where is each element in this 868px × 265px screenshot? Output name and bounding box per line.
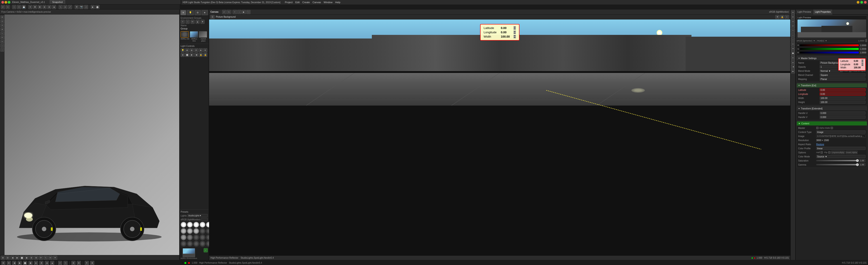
env-thumb-2[interactable]: [190, 31, 198, 37]
tb-scale[interactable]: ⇔: [63, 5, 67, 9]
vp-btn-6[interactable]: ◉: [25, 256, 29, 260]
sb-btn-12[interactable]: ↪: [64, 261, 68, 265]
lt-btn-6[interactable]: ⟳: [0, 36, 4, 39]
color-space-dropdown[interactable]: [201, 218, 208, 221]
env-big-1[interactable]: [183, 248, 195, 257]
rt-btn-9[interactable]: ★: [791, 47, 795, 51]
ms-blendchan-dropdown[interactable]: Square: [819, 73, 866, 77]
env-thumb-3[interactable]: [199, 31, 207, 37]
vp-btn-5[interactable]: ⬤: [20, 256, 24, 260]
color-mode-dd[interactable]: Source ▼: [816, 155, 866, 158]
lat-spin-down[interactable]: ▼: [514, 28, 516, 30]
sb-btn-7[interactable]: ⬖: [34, 261, 38, 265]
env-add-btn[interactable]: +: [181, 20, 185, 24]
env-remove-btn[interactable]: −: [186, 20, 190, 24]
lt-btn-2[interactable]: ◎: [0, 20, 4, 23]
w-spin-down[interactable]: ▼: [514, 37, 516, 38]
callout-latitude-value[interactable]: 0.00: [501, 26, 512, 30]
lc-btn-10[interactable]: ◀: [194, 53, 198, 57]
flip-cb[interactable]: [828, 151, 831, 154]
rt-btn-2[interactable]: ⊗: [791, 15, 795, 19]
cp-btn-stop[interactable]: ⬛: [246, 10, 250, 14]
ms-blend-dropdown[interactable]: Normal ▼: [819, 69, 840, 73]
tb-new[interactable]: □: [12, 5, 16, 9]
hdr-canvas[interactable]: Latitude 0.00 ▲ ▼ Longitude 0.00 ▲ ▼: [209, 20, 790, 256]
sb-btn-10[interactable]: ⬙: [50, 261, 54, 265]
cp-btn-add[interactable]: +: [233, 10, 237, 14]
tb-render[interactable]: ▶: [91, 5, 95, 9]
menu-window-r[interactable]: Window: [324, 1, 333, 4]
callout-width-value[interactable]: 100.00: [501, 35, 512, 38]
transform-base-header[interactable]: ▼ Transform [Extended]: [797, 106, 867, 110]
tb-render2[interactable]: ⬤: [95, 5, 99, 9]
menu-help-r[interactable]: Help: [335, 1, 340, 4]
menu-canvas[interactable]: Canvas: [313, 1, 321, 4]
tb-open[interactable]: ⬡: [17, 5, 21, 9]
sc-lon-val[interactable]: 0.00: [854, 63, 861, 66]
light-12[interactable]: [187, 234, 193, 240]
lon-spin-up[interactable]: ▲: [514, 31, 516, 32]
env-thumb-1[interactable]: [181, 31, 189, 37]
te-lon-value[interactable]: 0.00: [819, 92, 866, 96]
snapshot-tab[interactable]: Snapshot: [50, 0, 65, 4]
tb-tool1[interactable]: ✦: [28, 5, 32, 9]
light-18[interactable]: [193, 241, 199, 247]
light-7[interactable]: [187, 228, 193, 234]
cp-btn-remove[interactable]: −: [237, 10, 241, 14]
sb-btn-2[interactable]: ⊟: [7, 261, 11, 265]
tab-environment[interactable]: ≡: [181, 10, 186, 15]
cs-spinner[interactable]: ▲ ▼: [865, 39, 867, 42]
vp-btn-8[interactable]: ⊗: [34, 256, 38, 260]
content-type-dd[interactable]: Image: [816, 130, 866, 134]
light-9[interactable]: [199, 228, 206, 234]
tb-cam1[interactable]: 👁: [74, 5, 79, 9]
max-btn-right[interactable]: [860, 1, 863, 4]
light-3[interactable]: [193, 222, 199, 228]
callout-width-spinner[interactable]: ▲ ▼: [514, 35, 516, 38]
rt-btn-13[interactable]: ◀: [791, 65, 795, 69]
cp-btn-undo[interactable]: ↩: [222, 10, 226, 14]
te-width-value[interactable]: 100.00: [819, 97, 866, 100]
te-lat-value[interactable]: 0.00: [819, 88, 866, 91]
lc-btn-9[interactable]: ▶: [190, 53, 194, 57]
lc-btn-1[interactable]: 💡: [181, 48, 185, 52]
tb-undo[interactable]: ↩: [1, 5, 5, 9]
image-path[interactable]: D:/CONTENT/[HERE MAPS]/06a-sorted/market…: [816, 135, 866, 138]
vp-btn-1[interactable]: ⊞: [1, 256, 5, 260]
sc-lat-val[interactable]: 0.00: [854, 60, 861, 62]
pb-btn-eye[interactable]: 👁: [775, 15, 779, 19]
transform-ext-header[interactable]: ▼ Transform [Ext]: [797, 83, 867, 87]
rt-btn-6[interactable]: ↔: [791, 33, 795, 37]
cs-down[interactable]: ▼: [865, 41, 867, 42]
light-6[interactable]: [181, 228, 186, 234]
rt-btn-10[interactable]: ⬤: [791, 51, 795, 55]
sb-btn-16[interactable]: ★: [90, 261, 94, 265]
rt-btn-11[interactable]: ▼: [791, 56, 795, 60]
tb-redo[interactable]: ↪: [6, 5, 10, 9]
vp-btn-2[interactable]: ⊟: [6, 256, 10, 260]
sc-lon-up[interactable]: ▲: [862, 63, 864, 64]
lc-btn-12[interactable]: 🔓: [203, 53, 207, 57]
sb-btn-5[interactable]: ⬤: [23, 261, 27, 265]
sc-lat-down[interactable]: ▼: [862, 61, 864, 62]
gamma-slider[interactable]: [816, 164, 858, 165]
sb-btn-9[interactable]: ⬗: [45, 261, 49, 265]
tb-tool4[interactable]: ⊕: [42, 5, 46, 9]
lt-btn-8[interactable]: ↔: [0, 44, 4, 48]
light-8[interactable]: [193, 228, 199, 234]
tb-hv-value[interactable]: 0.000: [819, 115, 866, 119]
vp-btn-10[interactable]: ⤡: [43, 256, 48, 260]
sc-w-val[interactable]: 100.00: [854, 67, 861, 69]
lt-btn-3[interactable]: ✦: [0, 24, 4, 27]
rt-btn-8[interactable]: ✦: [791, 42, 795, 46]
sb-btn-6[interactable]: ◉: [29, 261, 33, 265]
ch-g-val[interactable]: 1.0000: [860, 47, 866, 51]
close-btn-right[interactable]: [864, 1, 867, 4]
rt-btn-7[interactable]: ↕: [791, 37, 795, 42]
rt-btn-4[interactable]: ⟳: [791, 24, 795, 28]
tab-light-preview[interactable]: Light Preview: [796, 9, 813, 15]
ch-b-val[interactable]: 1.0000: [860, 51, 866, 54]
lc-btn-5[interactable]: ★: [199, 48, 203, 52]
gamma-val[interactable]: 1.00: [859, 163, 866, 166]
sb-btn-13[interactable]: ⊕: [71, 261, 75, 265]
